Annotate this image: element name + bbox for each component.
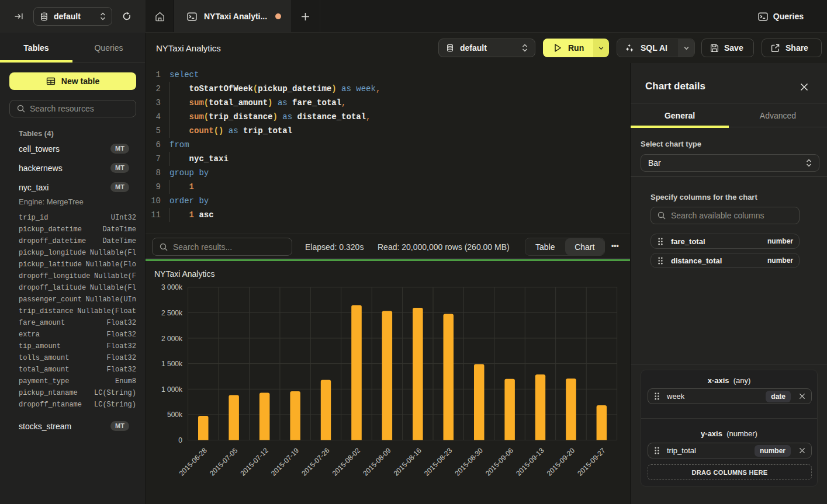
svg-text:2015-09-06: 2015-09-06: [484, 446, 515, 478]
svg-text:2015-06-28: 2015-06-28: [178, 446, 209, 478]
svg-text:2015-09-13: 2015-09-13: [514, 446, 546, 478]
svg-text:2015-08-09: 2015-08-09: [361, 446, 393, 478]
svg-text:2015-07-12: 2015-07-12: [239, 446, 271, 478]
svg-text:2015-08-02: 2015-08-02: [331, 446, 362, 478]
svg-text:2 000k: 2 000k: [161, 335, 183, 343]
svg-text:2015-07-19: 2015-07-19: [269, 446, 301, 478]
svg-text:2 500k: 2 500k: [161, 309, 183, 317]
svg-text:NYTaxi Analytics: NYTaxi Analytics: [154, 269, 214, 279]
svg-text:1 500k: 1 500k: [161, 360, 183, 368]
svg-text:2015-08-30: 2015-08-30: [454, 446, 485, 478]
svg-text:500k: 500k: [167, 411, 183, 419]
svg-text:1 000k: 1 000k: [161, 385, 183, 394]
svg-text:2015-07-05: 2015-07-05: [208, 446, 240, 478]
svg-text:2015-07-26: 2015-07-26: [300, 446, 331, 478]
svg-text:2015-08-23: 2015-08-23: [423, 446, 454, 478]
svg-text:2015-09-20: 2015-09-20: [545, 446, 577, 478]
svg-text:0: 0: [178, 436, 182, 444]
svg-text:2015-09-27: 2015-09-27: [576, 446, 607, 478]
svg-text:2015-08-16: 2015-08-16: [392, 446, 424, 478]
svg-text:3 000k: 3 000k: [161, 283, 183, 291]
